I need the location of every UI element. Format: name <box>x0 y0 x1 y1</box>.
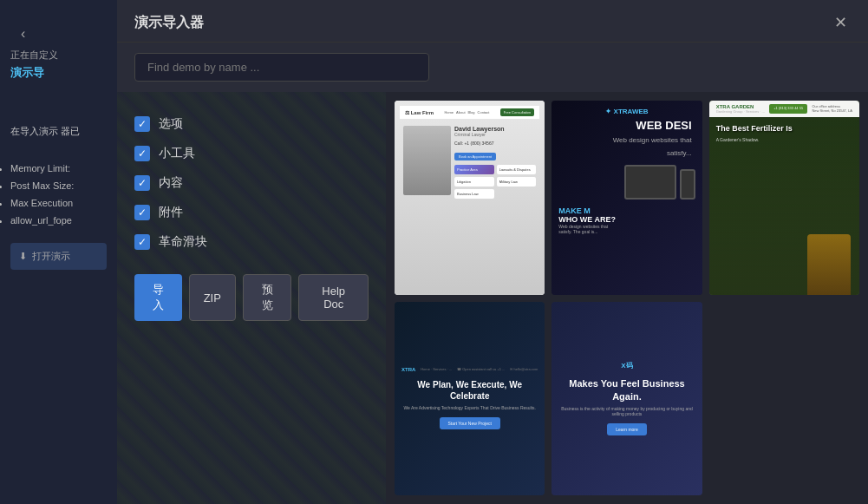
demo-card-law-firm[interactable]: ⚖ Law Firm Home About Blog Contact Free … <box>395 101 545 295</box>
checkbox-revolution-slider[interactable]: ✓ 革命滑块 <box>134 227 369 257</box>
modal-toolbar <box>117 43 868 92</box>
open-demo-button[interactable]: ⬇ 打开演示 <box>10 243 107 270</box>
garden-headline: The Best Fertilizer Is <box>716 124 852 134</box>
demo-search-input[interactable] <box>134 53 429 82</box>
marketing-sub: We Are Advertising Technology Experts Th… <box>403 405 536 410</box>
checkbox-label: 附件 <box>159 205 183 220</box>
blue-logo: X码 <box>621 361 632 370</box>
checkbox-options[interactable]: ✓ 选项 <box>134 109 369 139</box>
checkbox-label: 革命滑块 <box>159 234 207 250</box>
demo-card-xtra-business[interactable]: X码 Makes You Feel Business Again. Busine… <box>551 302 702 496</box>
checkbox-content[interactable]: ✓ 内容 <box>134 168 369 198</box>
checkbox-widgets[interactable]: ✓ 小工具 <box>134 139 369 168</box>
list-item: Post Max Size: <box>10 180 107 191</box>
law-hero: David Lawyerson Criminal Lawyer Call: +1… <box>400 122 539 202</box>
garden-subline: A Gardener's Shadow. <box>716 137 852 142</box>
sidebar-info-label: 在导入演示 器已 <box>10 124 107 139</box>
checkbox-label: 选项 <box>159 116 183 132</box>
sidebar-demo-title: 演示导 <box>10 65 107 81</box>
modal-close-button[interactable]: ✕ <box>830 12 851 33</box>
demo-card-marketing[interactable]: XTRA Home · Services · ... ☎ Open assist… <box>395 302 545 496</box>
modal-header: 演示导入器 ✕ <box>117 0 868 43</box>
marketing-cta: Start Your New Project <box>440 417 500 429</box>
options-content: ✓ 选项 ✓ 小工具 ✓ 内容 <box>117 92 386 504</box>
checkbox-label: 内容 <box>159 175 183 191</box>
list-item: allow_url_fope <box>10 215 107 226</box>
checkbox-icon: ✓ <box>134 175 150 191</box>
sidebar: ‹ 正在自定义 演示导 在导入演示 器已 Memory Limit: Post … <box>0 0 117 504</box>
marketing-preview: XTRA Home · Services · ... ☎ Open assist… <box>395 302 545 496</box>
checkbox-icon: ✓ <box>134 234 150 250</box>
open-demo-label: 打开演示 <box>32 250 70 263</box>
checkbox-icon: ✓ <box>134 116 150 132</box>
blue-sub: Business is the activity of making money… <box>560 406 693 416</box>
help-doc-button[interactable]: Help Doc <box>298 274 369 321</box>
law-person-image <box>403 126 451 195</box>
xtra-web-preview: ✦ XTRAWEB WEB DESIWeb design websites th… <box>551 101 702 295</box>
sidebar-info-list: Memory Limit: Post Max Size: Max Executi… <box>0 163 117 226</box>
phone-icon <box>680 169 695 200</box>
modal-body: ✓ 选项 ✓ 小工具 ✓ 内容 <box>117 92 868 504</box>
demo-card-xtra-web[interactable]: ✦ XTRAWEB WEB DESIWeb design websites th… <box>551 101 702 295</box>
blue-cta: Learn more <box>607 423 647 435</box>
marketing-headline: We Plan, We Execute, We Celebrate <box>401 379 538 402</box>
list-item: Max Execution <box>10 198 107 208</box>
demo-card-garden[interactable]: XTRA GARDEN Gardening Group · Services ·… <box>709 101 859 295</box>
options-panel: ✓ 选项 ✓ 小工具 ✓ 内容 <box>117 92 386 504</box>
law-firm-preview: ⚖ Law Firm Home About Blog Contact Free … <box>395 101 545 295</box>
xtra-web-headline: WEB DESIWeb design websites thatsatisfy.… <box>558 119 695 158</box>
action-buttons: 导入 ZIP 预览 Help Doc <box>134 274 369 321</box>
blue-preview: X码 Makes You Feel Business Again. Busine… <box>551 302 702 496</box>
modal-title: 演示导入器 <box>134 14 204 32</box>
garden-nav: XTRA GARDEN Gardening Group · Services ·… <box>709 101 859 117</box>
blue-headline: Makes You Feel Business Again. <box>560 377 693 403</box>
law-nav: ⚖ Law Firm Home About Blog Contact Free … <box>400 106 539 119</box>
preview-button[interactable]: 预览 <box>243 274 292 321</box>
breadcrumb: 正在自定义 <box>10 49 107 62</box>
garden-preview: XTRA GARDEN Gardening Group · Services ·… <box>709 101 859 295</box>
demo-importer-modal: 演示导入器 ✕ ✓ 选项 ✓ 小工具 <box>117 0 868 504</box>
back-arrow-icon: ‹ <box>21 26 25 42</box>
checkbox-label: 小工具 <box>159 146 195 161</box>
back-button[interactable]: ‹ <box>10 19 107 49</box>
checkbox-attachments[interactable]: ✓ 附件 <box>134 198 369 227</box>
garden-farmer-image <box>807 234 851 295</box>
download-icon: ⬇ <box>19 251 27 262</box>
laptop-icon <box>624 165 676 200</box>
zip-button[interactable]: ZIP <box>189 274 236 321</box>
demos-grid: ⚖ Law Firm Home About Blog Contact Free … <box>386 92 868 504</box>
import-button[interactable]: 导入 <box>134 274 182 321</box>
list-item: Memory Limit: <box>10 163 107 173</box>
checkbox-icon: ✓ <box>134 146 150 161</box>
checkbox-icon: ✓ <box>134 205 150 220</box>
